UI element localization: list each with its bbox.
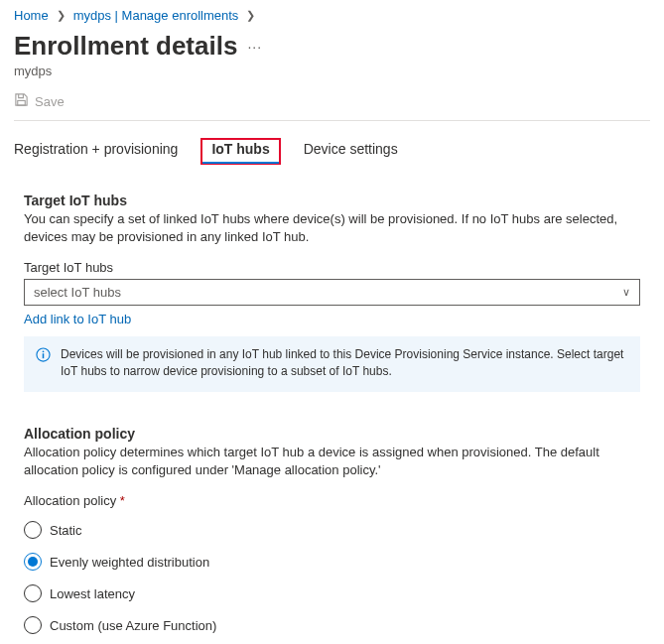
tab-iot-hubs[interactable]: IoT hubs bbox=[200, 138, 280, 165]
radio-icon bbox=[24, 521, 42, 539]
info-box: Devices will be provisioned in any IoT h… bbox=[24, 336, 640, 392]
breadcrumb: Home ❯ mydps | Manage enrollments ❯ bbox=[14, 6, 650, 31]
radio-label: Static bbox=[50, 523, 82, 538]
radio-label: Custom (use Azure Function) bbox=[50, 618, 216, 633]
chevron-down-icon: ∨ bbox=[622, 286, 630, 299]
select-placeholder: select IoT hubs bbox=[34, 285, 121, 300]
allocation-policy-label: Allocation policy * bbox=[24, 493, 640, 508]
svg-rect-0 bbox=[18, 100, 26, 105]
required-indicator: * bbox=[120, 493, 125, 508]
svg-point-2 bbox=[43, 351, 45, 353]
allocation-policy-radio-group: Static Evenly weighted distribution Lowe… bbox=[24, 516, 640, 639]
radio-label: Evenly weighted distribution bbox=[50, 555, 209, 570]
allocation-policy-title: Allocation policy bbox=[24, 426, 640, 442]
chevron-right-icon: ❯ bbox=[53, 9, 69, 22]
target-iot-hubs-desc: You can specify a set of linked IoT hubs… bbox=[24, 210, 640, 246]
radio-label: Lowest latency bbox=[50, 586, 135, 601]
target-iot-hubs-select[interactable]: select IoT hubs ∨ bbox=[24, 279, 640, 306]
target-iot-hubs-title: Target IoT hubs bbox=[24, 193, 640, 208]
add-link-to-iot-hub[interactable]: Add link to IoT hub bbox=[24, 312, 131, 326]
tab-device-settings[interactable]: Device settings bbox=[304, 141, 398, 163]
info-icon bbox=[36, 346, 51, 380]
allocation-policy-desc: Allocation policy determines which targe… bbox=[24, 444, 640, 479]
save-icon bbox=[14, 92, 29, 110]
tabs: Registration + provisioning IoT hubs Dev… bbox=[14, 141, 650, 163]
target-iot-hubs-label: Target IoT hubs bbox=[24, 260, 640, 275]
page-title: Enrollment details bbox=[14, 31, 237, 62]
more-button[interactable]: ··· bbox=[247, 39, 262, 55]
breadcrumb-mydps[interactable]: mydps | Manage enrollments bbox=[73, 8, 239, 23]
radio-custom[interactable]: Custom (use Azure Function) bbox=[24, 611, 640, 639]
radio-icon bbox=[24, 553, 42, 571]
page-subtitle: mydps bbox=[14, 64, 650, 78]
page-header: Enrollment details ··· bbox=[14, 31, 650, 62]
radio-static[interactable]: Static bbox=[24, 516, 640, 544]
content: Target IoT hubs You can specify a set of… bbox=[14, 193, 650, 639]
save-button[interactable]: Save bbox=[14, 92, 65, 110]
radio-evenly-weighted[interactable]: Evenly weighted distribution bbox=[24, 548, 640, 576]
toolbar: Save bbox=[14, 92, 650, 121]
chevron-right-icon: ❯ bbox=[242, 9, 259, 22]
tab-registration[interactable]: Registration + provisioning bbox=[14, 141, 178, 163]
radio-lowest-latency[interactable]: Lowest latency bbox=[24, 580, 640, 607]
info-text: Devices will be provisioned in any IoT h… bbox=[61, 346, 628, 380]
breadcrumb-home[interactable]: Home bbox=[14, 8, 49, 23]
svg-rect-3 bbox=[43, 354, 45, 359]
save-label: Save bbox=[35, 94, 65, 109]
radio-icon bbox=[24, 616, 42, 634]
radio-icon bbox=[24, 584, 42, 602]
